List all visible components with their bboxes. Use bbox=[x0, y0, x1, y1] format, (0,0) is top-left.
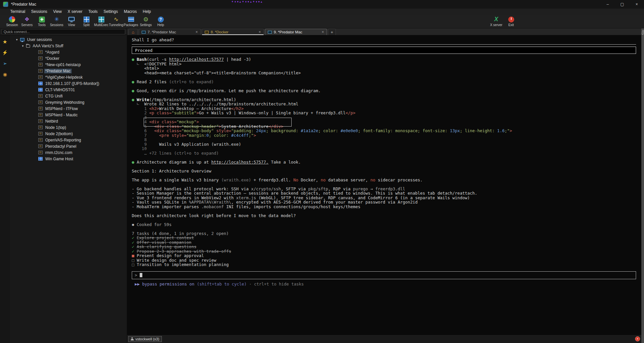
terminal-line bbox=[132, 93, 636, 97]
tree-root-user-sessions[interactable]: ▾ User sessions bbox=[10, 36, 127, 43]
terminal-line: - Go backend handles all protocol work: … bbox=[132, 187, 636, 191]
tree-item-greyming-webhosting[interactable]: Greyming Webhosting bbox=[10, 99, 127, 105]
toolbar-exit-button[interactable]: Exit bbox=[504, 16, 519, 27]
tree-item-vigilcyber-helpdesk[interactable]: *VigilCyber-Helpdesk bbox=[10, 74, 127, 80]
toolbar-icon: ∿ bbox=[114, 16, 118, 23]
terminal-line: ● Read 2 files (ctrl+o to expand) bbox=[132, 80, 636, 84]
tree-item-predator-mac[interactable]: *Predator Mac bbox=[10, 68, 127, 74]
tree-item-pterodactyl-panel[interactable]: Pterodactyl Panel bbox=[10, 143, 127, 149]
toolbar-servers-button[interactable]: ❖ Servers bbox=[19, 16, 34, 27]
person-icon bbox=[131, 337, 134, 340]
close-button[interactable]: × bbox=[629, 0, 644, 9]
tree-item-new-cp01-heistacp[interactable]: *New-cp01-heistacp bbox=[10, 61, 127, 68]
terminal-line bbox=[132, 227, 636, 231]
toolbar-icon: ? bbox=[158, 17, 164, 22]
tree-item-clt-vmhost01[interactable]: CLT-VMHOST01 bbox=[10, 87, 127, 93]
terminal-line: ● Write(/tmp/brainstorm/architecture.htm… bbox=[132, 97, 636, 102]
toolbar-view-button[interactable]: View bbox=[64, 16, 79, 27]
terminal-line bbox=[132, 182, 636, 187]
toolbar-multiexec-button[interactable]: MultiExec bbox=[94, 16, 109, 27]
ic-term bbox=[38, 113, 43, 117]
expand-arrow-icon[interactable]: ▾ bbox=[21, 44, 24, 48]
tab-close-icon[interactable]: × bbox=[322, 30, 324, 34]
titlebar-glitch-artifacts: ✦ ♦ ● ▴ ✦ ♦ ● ▴ ✦ ♦ ● ▴ bbox=[231, 0, 429, 3]
expand-arrow-icon[interactable]: ▾ bbox=[15, 38, 18, 41]
menu-sessions[interactable]: Sessions bbox=[28, 9, 50, 14]
sidebar: ★ ⚡ ➢ ◉ ▾ User sessions bbox=[0, 28, 127, 343]
proceed-option[interactable]: Proceed bbox=[132, 47, 636, 54]
tree-group-aaa-vantz-stuff[interactable]: ▾ AAA Vantz's Stuff bbox=[10, 43, 127, 49]
rail-sessions-star-icon[interactable]: ★ bbox=[2, 38, 8, 45]
terminal-line: ✓ Ask clarifying questions bbox=[132, 245, 636, 249]
tab-9-predator-mac[interactable]: 9. *Predator Mac × bbox=[265, 29, 327, 35]
tab-home[interactable]: ⌂ bbox=[128, 29, 138, 35]
toolbar-settings-button[interactable]: ⚙ Settings bbox=[138, 16, 153, 27]
terminal-line: 1 <h2>Wraith Desktop — Architecture</h2> bbox=[132, 106, 636, 111]
rail-macros-icon[interactable]: ➢ bbox=[2, 60, 8, 67]
ic-term bbox=[38, 69, 43, 73]
paperclip-icon bbox=[642, 30, 644, 35]
tree-item-ups-monitor[interactable]: 192.168.1.107 ([UPS-Monitor]) bbox=[10, 80, 127, 87]
tree-item-node-2-bottom[interactable]: Node 2(bottom) bbox=[10, 131, 127, 137]
tree-item-rmm-t2cnc-com[interactable]: rmm.t2cnc.com bbox=[10, 149, 127, 156]
toolbar-split-button[interactable]: Split bbox=[79, 16, 94, 27]
tree-item-node-1-top[interactable]: Node 1(top) bbox=[10, 124, 127, 131]
toolbar-packages-button[interactable]: Packages bbox=[124, 16, 138, 27]
terminal-scrollback: ● Bash(curl -s http://localhost:57577 | … bbox=[132, 57, 636, 267]
toolbar-help-button[interactable]: ? Help bbox=[153, 16, 168, 27]
terminal-line: 6 <div class="mockup-body" style="paddin… bbox=[132, 129, 636, 133]
maximize-button[interactable]: ▢ bbox=[615, 0, 629, 9]
rail-icon: ⚡ bbox=[2, 50, 8, 55]
quick-connect-input[interactable] bbox=[2, 29, 125, 34]
tree-item-mspnerd-mautic[interactable]: MSPNerd - Mautic bbox=[10, 112, 127, 118]
new-tab-button[interactable]: + bbox=[328, 29, 336, 35]
tree-item-mspnerd-itflow[interactable]: MSPNerd - ITFlow bbox=[10, 105, 127, 112]
toolbar-xserver-button[interactable]: X X server bbox=[489, 16, 504, 27]
terminal-line: ● Good, screen dir is /tmp/brainstorm. L… bbox=[132, 89, 636, 93]
claude-status-line: ▶▶ bypass permissions on (shift+tab to c… bbox=[132, 282, 636, 286]
menu-bar: TerminalSessionsViewX serverToolsSetting… bbox=[0, 9, 644, 15]
tab-7-predator-mac[interactable]: 7. *Predator Mac × bbox=[139, 29, 201, 35]
toolbar-tunneling-button[interactable]: ∿ Tunneling bbox=[109, 16, 124, 27]
rail-disconnect-icon[interactable]: ⚡ bbox=[2, 49, 8, 56]
terminal-line: ✓ Offer visual companion bbox=[132, 240, 636, 245]
terminal[interactable]: Shall I go ahead? Proceed ● Bash(curl -s… bbox=[127, 35, 641, 334]
rail-network-globe-icon[interactable]: ◉ bbox=[2, 71, 8, 78]
menu-xserver[interactable]: X server bbox=[65, 9, 86, 14]
ic-term bbox=[38, 119, 43, 123]
menu-macros[interactable]: Macros bbox=[121, 9, 140, 14]
tab-close-icon[interactable]: × bbox=[259, 30, 261, 34]
toolbar-session-button[interactable]: Session bbox=[5, 16, 19, 27]
ascii-diagram-box bbox=[144, 118, 292, 127]
menu-tools[interactable]: Tools bbox=[86, 9, 101, 14]
tree-item-docker[interactable]: *Docker bbox=[10, 55, 127, 61]
toolbar-icon bbox=[128, 17, 134, 22]
tab-8-docker[interactable]: 8. *Docker × bbox=[202, 29, 264, 35]
terminal-rule bbox=[132, 44, 636, 45]
terminal-line: 8 bbox=[132, 137, 636, 142]
menu-help[interactable]: Help bbox=[140, 9, 154, 14]
terminal-line bbox=[132, 84, 636, 89]
ic-rdp bbox=[38, 88, 43, 92]
user-session-chip[interactable]: vstockwell (x3) bbox=[128, 336, 162, 342]
ic-term bbox=[38, 138, 43, 142]
minimize-button[interactable]: – bbox=[600, 0, 615, 9]
terminal-line bbox=[132, 164, 636, 169]
ic-term bbox=[38, 126, 43, 129]
terminal-prompt-input[interactable]: > bbox=[132, 271, 636, 279]
tree-item-asgard[interactable]: *Asgard bbox=[10, 49, 127, 55]
menu-view[interactable]: View bbox=[50, 9, 65, 14]
toolbar-icon: ⚙ bbox=[143, 16, 148, 23]
right-panel-strip[interactable] bbox=[641, 28, 644, 343]
ic-term bbox=[38, 132, 43, 135]
tree-item-openvas-reporting[interactable]: OpenVAS-Reporting bbox=[10, 137, 127, 143]
toolbar-tools-button[interactable]: ✚ Tools bbox=[34, 16, 49, 27]
tree-item-ctg-unifi[interactable]: CTG Unifi bbox=[10, 93, 127, 99]
menu-settings[interactable]: Settings bbox=[101, 9, 121, 14]
tree-item-netbird[interactable]: Netbird bbox=[10, 118, 127, 124]
tree-item-win-game-host[interactable]: Win Game Host bbox=[10, 156, 127, 162]
tab-close-icon[interactable]: × bbox=[196, 30, 198, 34]
menu-terminal[interactable]: Terminal bbox=[7, 9, 28, 14]
toolbar-sessions-button[interactable]: ✳ Sessions bbox=[49, 16, 64, 27]
notification-close-bubble[interactable]: × bbox=[635, 336, 640, 341]
